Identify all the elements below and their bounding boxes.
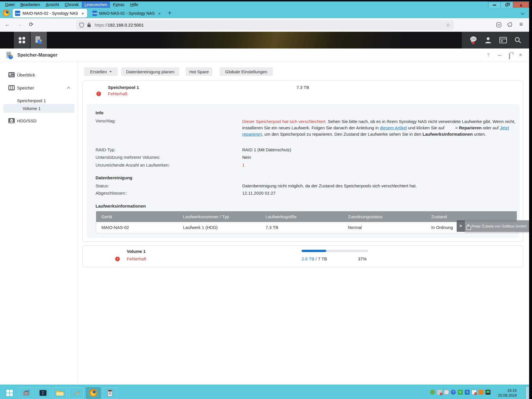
taskbar-powershell-button[interactable]: Σ — [36, 387, 50, 398]
sidebar-item-label: HDD/SSD — [17, 118, 37, 123]
tab-maio-nas-02[interactable]: DSM MAIO-NAS-02 - Synology NAS × — [13, 9, 87, 18]
pocket-icon[interactable] — [496, 22, 502, 28]
cell-size: 7.3 TB — [266, 225, 278, 230]
cell-device: MAIO-NAS-02 — [101, 225, 129, 230]
col-laufwerksnummer[interactable]: Laufwerksnummer / Typ — [183, 214, 229, 219]
bookmark-star-icon[interactable]: ☆ — [446, 22, 450, 28]
app-minimize-button[interactable] — [498, 55, 501, 56]
shield-s-icon[interactable]: S — [465, 390, 470, 395]
col-zuordnungsstatus[interactable]: Zuordnungsstatus — [348, 214, 382, 219]
menu-datei[interactable]: Datei — [2, 2, 18, 8]
sbx-tray-icon[interactable] — [430, 390, 435, 395]
clock-date: 20.09.2024 — [488, 393, 517, 398]
reload-button[interactable]: ⟳ — [29, 22, 33, 27]
extensions-puzzle-icon[interactable] — [507, 22, 514, 28]
volume-panel: Volume 1 ! Fehlerhaft 2.6 TB / 7 TB 37% — [82, 246, 523, 267]
antivirus-icon[interactable]: V — [458, 390, 463, 395]
remote-overlay-collapse-button[interactable]: > — [457, 220, 465, 232]
hamburger-menu-icon[interactable]: ≡ — [519, 21, 523, 28]
lock-warning-icon[interactable] — [87, 23, 91, 27]
scrub-done-label: Abgeschlossen:: — [96, 191, 127, 195]
dsm-favicon: DSM — [15, 11, 20, 16]
volume-used[interactable]: 2.6 TB — [302, 256, 314, 261]
taskbar-firefox-button[interactable] — [86, 387, 100, 398]
menu-bearbeiten[interactable]: Bearbeiten — [18, 2, 43, 8]
error-icon: ! — [96, 92, 101, 96]
window-minimize-button[interactable] — [488, 2, 501, 8]
clock-time: 15:15 — [488, 388, 517, 393]
col-zustand[interactable]: Zustand — [431, 214, 447, 219]
tab-close-icon[interactable]: × — [158, 11, 161, 16]
menu-lesezeichen[interactable]: Lesezeichen — [82, 2, 110, 8]
menu-ansicht[interactable]: Ansicht — [43, 2, 62, 8]
erstellen-button[interactable]: Erstellen — [84, 67, 118, 76]
hot-spare-button[interactable]: Hot Spare — [186, 67, 212, 76]
overview-icon — [8, 72, 15, 78]
tab-close-icon[interactable]: × — [81, 11, 84, 16]
sidebar-item-hdd-ssd[interactable]: HDD/SSD — [0, 116, 78, 125]
laufwerksinformationen-heading: Laufwerksinformationen — [96, 204, 146, 208]
shield-icon[interactable] — [79, 23, 84, 28]
datenbereinigung-planen-button[interactable]: Datenbereinigung planen — [121, 67, 179, 76]
java-icon[interactable] — [479, 390, 484, 395]
notifications-icon[interactable] — [470, 36, 477, 44]
widgets-icon[interactable] — [499, 37, 507, 43]
sidebar-item-speicherpool-1[interactable]: Speicherpool 1 — [0, 96, 78, 105]
back-button[interactable]: ← — [5, 22, 10, 27]
app-close-button[interactable]: × — [519, 52, 522, 57]
device-app-icon — [107, 389, 113, 397]
sidebar-item-speicher[interactable]: Speicher — [0, 83, 78, 92]
cell-health: In Ordnung — [431, 225, 453, 230]
menu-hilfe[interactable]: Hilfe — [127, 2, 141, 8]
help-balloon-icon[interactable]: ? — [451, 390, 456, 395]
network-icon[interactable] — [444, 390, 449, 395]
sidebar-item-volume-1[interactable]: Volume 1 — [3, 104, 74, 113]
taskbar-clock[interactable]: 15:15 20.09.2024 — [488, 388, 517, 398]
start-button[interactable] — [2, 387, 17, 398]
multi-volume-label: Unterstützung mehrerer Volumes: — [96, 155, 160, 160]
taskbar-app-button-6[interactable] — [103, 387, 117, 398]
action-center-flag-icon[interactable]: × — [472, 390, 477, 395]
table-row[interactable]: MAIO-NAS-02 Laufwerk 1 (HDD) 7.3 TB Norm… — [96, 222, 517, 233]
hdd-icon — [8, 118, 15, 124]
close-icon: x — [520, 3, 522, 7]
menu-chronik[interactable]: Chronik — [62, 2, 81, 8]
sidebar-item-label: Speicher — [17, 85, 34, 90]
firefox-icon — [89, 389, 97, 397]
app-restore-button[interactable] — [509, 53, 510, 59]
menu-extras[interactable]: Extras — [110, 2, 127, 8]
search-icon[interactable] — [514, 37, 521, 44]
dsm-favicon: DSM — [92, 11, 97, 16]
firefox-logo-icon[interactable] — [3, 10, 10, 16]
volume-muted-icon[interactable]: × — [437, 390, 442, 395]
remote-session-overlay[interactable]: Petar Čubela von Softbox GmbH — [465, 220, 529, 232]
forward-button[interactable]: → — [17, 22, 22, 27]
dsm-main-menu-button[interactable] — [14, 32, 30, 49]
file-explorer-icon — [56, 390, 64, 396]
taskbar-app-button-4[interactable] — [69, 387, 84, 398]
user-icon[interactable] — [485, 37, 492, 44]
show-desktop-button[interactable] — [525, 387, 529, 399]
app-sidebar: Überblick Speicher Speicherpool 1 Volume… — [0, 62, 78, 385]
app-title-bar: Speicher-Manager ? × — [0, 49, 529, 62]
raid-typ-label: RAID-Typ: — [96, 147, 115, 152]
window-restore-button[interactable] — [501, 2, 513, 8]
chevron-up-icon[interactable] — [67, 87, 70, 90]
drive-table-header: Gerät Laufwerksnummer / Typ Laufwerksgrö… — [96, 211, 517, 222]
sidebar-item-ueberblick[interactable]: Überblick — [0, 70, 78, 79]
info-heading: Info — [96, 110, 104, 115]
url-host: 192.168.0.22:5001 — [108, 23, 144, 27]
col-geraet[interactable]: Gerät — [101, 214, 112, 219]
dsm-storage-manager-button[interactable] — [31, 32, 47, 49]
taskbar-server-manager-button[interactable] — [19, 387, 33, 398]
new-tab-button[interactable]: + — [168, 10, 171, 16]
window-close-button[interactable]: x — [513, 2, 529, 8]
col-laufwerksgroesse[interactable]: Laufwerksgröße — [266, 214, 297, 219]
url-bar[interactable]: https:// 192.168.0.22:5001 ☆ — [76, 20, 454, 30]
globale-einstellungen-button[interactable]: Globale Einstellungen — [220, 67, 273, 76]
taskbar-file-explorer-button[interactable] — [53, 387, 67, 398]
app-help-button[interactable]: ? — [487, 53, 490, 57]
tab-maio-nas-01[interactable]: DSM MAIO-NAS-01 - Synology NAS × — [90, 9, 162, 18]
tab-list-chevron-icon[interactable] — [521, 11, 524, 15]
cell-allocation: Normal — [348, 225, 362, 230]
